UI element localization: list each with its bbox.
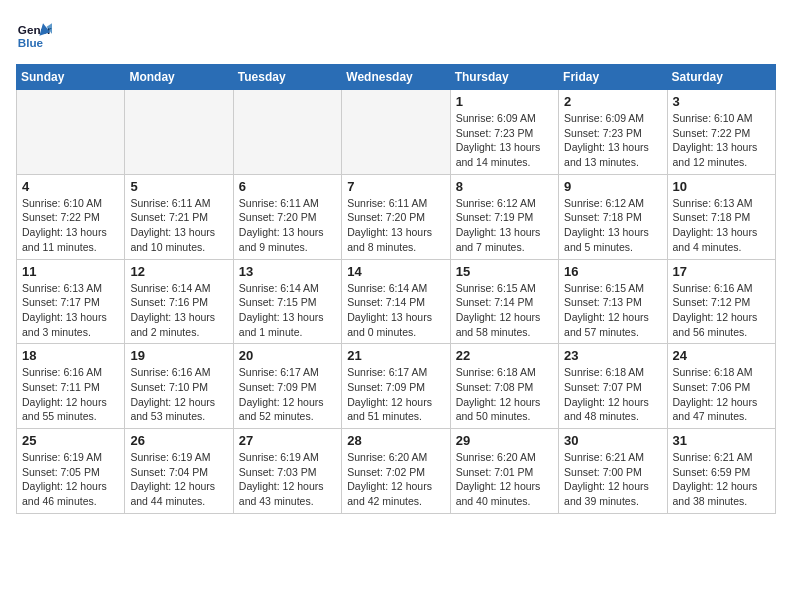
calendar-cell: 25Sunrise: 6:19 AMSunset: 7:05 PMDayligh… <box>17 429 125 514</box>
weekday-header-monday: Monday <box>125 65 233 90</box>
day-info: Sunrise: 6:19 AMSunset: 7:03 PMDaylight:… <box>239 450 336 509</box>
day-info: Sunrise: 6:21 AMSunset: 6:59 PMDaylight:… <box>673 450 770 509</box>
calendar-cell: 6Sunrise: 6:11 AMSunset: 7:20 PMDaylight… <box>233 174 341 259</box>
day-number: 22 <box>456 348 553 363</box>
calendar-cell: 11Sunrise: 6:13 AMSunset: 7:17 PMDayligh… <box>17 259 125 344</box>
weekday-header-wednesday: Wednesday <box>342 65 450 90</box>
calendar-week-4: 18Sunrise: 6:16 AMSunset: 7:11 PMDayligh… <box>17 344 776 429</box>
calendar-cell: 21Sunrise: 6:17 AMSunset: 7:09 PMDayligh… <box>342 344 450 429</box>
day-number: 11 <box>22 264 119 279</box>
day-info: Sunrise: 6:19 AMSunset: 7:04 PMDaylight:… <box>130 450 227 509</box>
calendar-table: SundayMondayTuesdayWednesdayThursdayFrid… <box>16 64 776 514</box>
calendar-cell: 27Sunrise: 6:19 AMSunset: 7:03 PMDayligh… <box>233 429 341 514</box>
day-info: Sunrise: 6:18 AMSunset: 7:07 PMDaylight:… <box>564 365 661 424</box>
calendar-cell: 31Sunrise: 6:21 AMSunset: 6:59 PMDayligh… <box>667 429 775 514</box>
day-info: Sunrise: 6:17 AMSunset: 7:09 PMDaylight:… <box>239 365 336 424</box>
weekday-header-tuesday: Tuesday <box>233 65 341 90</box>
calendar-week-2: 4Sunrise: 6:10 AMSunset: 7:22 PMDaylight… <box>17 174 776 259</box>
day-number: 5 <box>130 179 227 194</box>
calendar-cell: 28Sunrise: 6:20 AMSunset: 7:02 PMDayligh… <box>342 429 450 514</box>
day-number: 10 <box>673 179 770 194</box>
calendar-cell: 30Sunrise: 6:21 AMSunset: 7:00 PMDayligh… <box>559 429 667 514</box>
calendar-cell: 29Sunrise: 6:20 AMSunset: 7:01 PMDayligh… <box>450 429 558 514</box>
day-number: 19 <box>130 348 227 363</box>
day-info: Sunrise: 6:12 AMSunset: 7:19 PMDaylight:… <box>456 196 553 255</box>
day-info: Sunrise: 6:17 AMSunset: 7:09 PMDaylight:… <box>347 365 444 424</box>
day-number: 4 <box>22 179 119 194</box>
day-info: Sunrise: 6:20 AMSunset: 7:01 PMDaylight:… <box>456 450 553 509</box>
day-number: 31 <box>673 433 770 448</box>
day-info: Sunrise: 6:14 AMSunset: 7:16 PMDaylight:… <box>130 281 227 340</box>
calendar-cell: 26Sunrise: 6:19 AMSunset: 7:04 PMDayligh… <box>125 429 233 514</box>
day-info: Sunrise: 6:16 AMSunset: 7:10 PMDaylight:… <box>130 365 227 424</box>
weekday-header-sunday: Sunday <box>17 65 125 90</box>
calendar-cell: 19Sunrise: 6:16 AMSunset: 7:10 PMDayligh… <box>125 344 233 429</box>
calendar-cell: 3Sunrise: 6:10 AMSunset: 7:22 PMDaylight… <box>667 90 775 175</box>
day-info: Sunrise: 6:13 AMSunset: 7:18 PMDaylight:… <box>673 196 770 255</box>
weekday-header-row: SundayMondayTuesdayWednesdayThursdayFrid… <box>17 65 776 90</box>
calendar-cell <box>342 90 450 175</box>
weekday-header-saturday: Saturday <box>667 65 775 90</box>
day-info: Sunrise: 6:16 AMSunset: 7:12 PMDaylight:… <box>673 281 770 340</box>
day-number: 2 <box>564 94 661 109</box>
day-number: 24 <box>673 348 770 363</box>
day-info: Sunrise: 6:15 AMSunset: 7:13 PMDaylight:… <box>564 281 661 340</box>
day-info: Sunrise: 6:18 AMSunset: 7:08 PMDaylight:… <box>456 365 553 424</box>
calendar-cell: 15Sunrise: 6:15 AMSunset: 7:14 PMDayligh… <box>450 259 558 344</box>
day-info: Sunrise: 6:18 AMSunset: 7:06 PMDaylight:… <box>673 365 770 424</box>
calendar-cell: 22Sunrise: 6:18 AMSunset: 7:08 PMDayligh… <box>450 344 558 429</box>
calendar-cell <box>17 90 125 175</box>
day-number: 30 <box>564 433 661 448</box>
day-number: 7 <box>347 179 444 194</box>
calendar-cell <box>125 90 233 175</box>
day-number: 15 <box>456 264 553 279</box>
calendar-week-3: 11Sunrise: 6:13 AMSunset: 7:17 PMDayligh… <box>17 259 776 344</box>
day-number: 21 <box>347 348 444 363</box>
day-info: Sunrise: 6:20 AMSunset: 7:02 PMDaylight:… <box>347 450 444 509</box>
day-number: 8 <box>456 179 553 194</box>
day-info: Sunrise: 6:11 AMSunset: 7:20 PMDaylight:… <box>347 196 444 255</box>
day-info: Sunrise: 6:19 AMSunset: 7:05 PMDaylight:… <box>22 450 119 509</box>
page-header: General Blue <box>16 16 776 52</box>
calendar-cell: 8Sunrise: 6:12 AMSunset: 7:19 PMDaylight… <box>450 174 558 259</box>
calendar-cell <box>233 90 341 175</box>
day-info: Sunrise: 6:09 AMSunset: 7:23 PMDaylight:… <box>456 111 553 170</box>
weekday-header-thursday: Thursday <box>450 65 558 90</box>
day-info: Sunrise: 6:10 AMSunset: 7:22 PMDaylight:… <box>673 111 770 170</box>
day-number: 17 <box>673 264 770 279</box>
day-info: Sunrise: 6:11 AMSunset: 7:21 PMDaylight:… <box>130 196 227 255</box>
calendar-cell: 1Sunrise: 6:09 AMSunset: 7:23 PMDaylight… <box>450 90 558 175</box>
day-info: Sunrise: 6:09 AMSunset: 7:23 PMDaylight:… <box>564 111 661 170</box>
calendar-cell: 23Sunrise: 6:18 AMSunset: 7:07 PMDayligh… <box>559 344 667 429</box>
calendar-cell: 24Sunrise: 6:18 AMSunset: 7:06 PMDayligh… <box>667 344 775 429</box>
day-info: Sunrise: 6:14 AMSunset: 7:15 PMDaylight:… <box>239 281 336 340</box>
calendar-cell: 7Sunrise: 6:11 AMSunset: 7:20 PMDaylight… <box>342 174 450 259</box>
day-info: Sunrise: 6:15 AMSunset: 7:14 PMDaylight:… <box>456 281 553 340</box>
day-number: 29 <box>456 433 553 448</box>
calendar-cell: 16Sunrise: 6:15 AMSunset: 7:13 PMDayligh… <box>559 259 667 344</box>
calendar-cell: 13Sunrise: 6:14 AMSunset: 7:15 PMDayligh… <box>233 259 341 344</box>
logo: General Blue <box>16 16 52 52</box>
calendar-cell: 5Sunrise: 6:11 AMSunset: 7:21 PMDaylight… <box>125 174 233 259</box>
day-number: 9 <box>564 179 661 194</box>
calendar-cell: 17Sunrise: 6:16 AMSunset: 7:12 PMDayligh… <box>667 259 775 344</box>
day-number: 25 <box>22 433 119 448</box>
day-info: Sunrise: 6:13 AMSunset: 7:17 PMDaylight:… <box>22 281 119 340</box>
day-number: 12 <box>130 264 227 279</box>
day-number: 16 <box>564 264 661 279</box>
day-number: 20 <box>239 348 336 363</box>
day-number: 1 <box>456 94 553 109</box>
calendar-cell: 12Sunrise: 6:14 AMSunset: 7:16 PMDayligh… <box>125 259 233 344</box>
day-number: 18 <box>22 348 119 363</box>
calendar-week-1: 1Sunrise: 6:09 AMSunset: 7:23 PMDaylight… <box>17 90 776 175</box>
day-info: Sunrise: 6:14 AMSunset: 7:14 PMDaylight:… <box>347 281 444 340</box>
calendar-cell: 4Sunrise: 6:10 AMSunset: 7:22 PMDaylight… <box>17 174 125 259</box>
calendar-cell: 20Sunrise: 6:17 AMSunset: 7:09 PMDayligh… <box>233 344 341 429</box>
day-number: 6 <box>239 179 336 194</box>
day-number: 3 <box>673 94 770 109</box>
weekday-header-friday: Friday <box>559 65 667 90</box>
day-number: 23 <box>564 348 661 363</box>
day-number: 14 <box>347 264 444 279</box>
calendar-cell: 10Sunrise: 6:13 AMSunset: 7:18 PMDayligh… <box>667 174 775 259</box>
logo-icon: General Blue <box>16 16 52 52</box>
